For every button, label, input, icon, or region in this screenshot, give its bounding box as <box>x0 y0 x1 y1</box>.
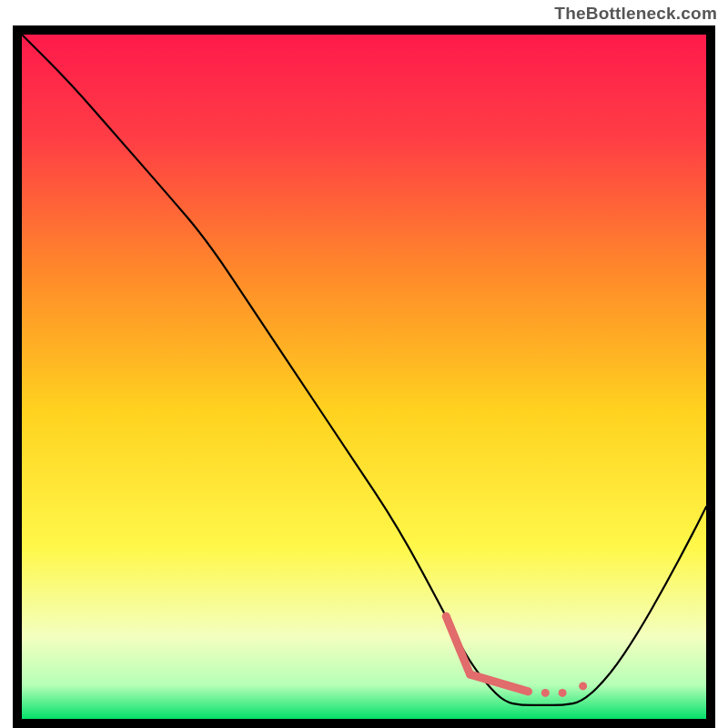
dot-optimal-zone <box>579 682 587 690</box>
gradient-background <box>22 35 706 719</box>
dot-optimal-zone <box>559 689 567 697</box>
chart-svg <box>22 35 706 719</box>
chart-frame <box>13 25 715 728</box>
chart-plot-area <box>22 35 706 719</box>
watermark-text: TheBottleneck.com <box>554 4 717 24</box>
dot-optimal-zone <box>541 689 550 697</box>
